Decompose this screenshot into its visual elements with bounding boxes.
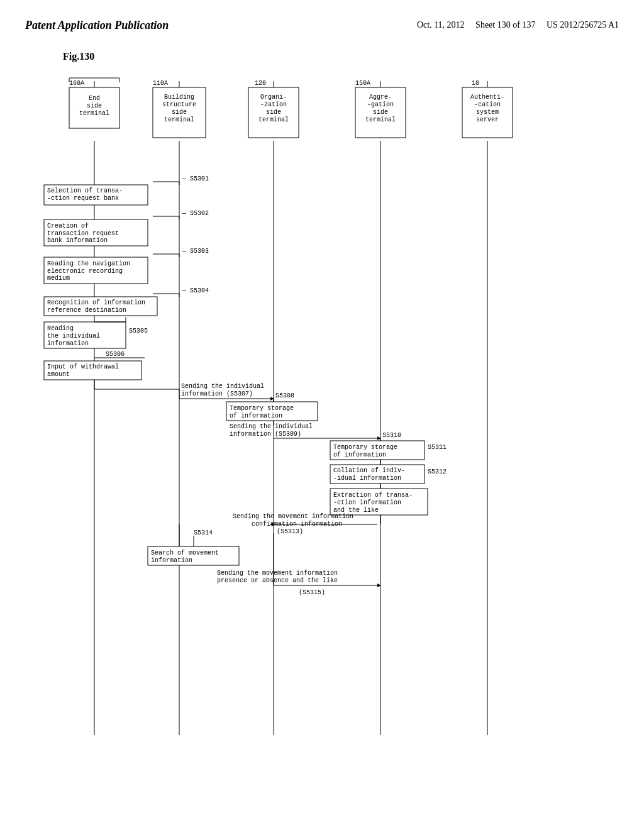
svg-text:Sending the individual: Sending the individual [230, 423, 313, 430]
figure-label: Fig.130 [63, 51, 619, 62]
svg-text:Creation of: Creation of [47, 223, 89, 230]
svg-text:-idual information: -idual information [333, 475, 401, 482]
svg-text:S5311: S5311 [428, 444, 447, 451]
page: Patent Application Publication Oct. 11, … [0, 0, 644, 830]
svg-text:-cation: -cation [474, 101, 501, 108]
svg-text:side: side [87, 102, 102, 109]
publication-date: Oct. 11, 2012 [417, 20, 465, 30]
svg-text:terminal: terminal [164, 116, 194, 123]
svg-text:terminal: terminal [79, 110, 109, 117]
svg-text:terminal: terminal [365, 116, 396, 123]
svg-text:110A: 110A [153, 80, 168, 87]
svg-text:Reading: Reading [47, 325, 74, 332]
svg-text:reference destination: reference destination [47, 307, 126, 314]
svg-text:of information: of information [333, 451, 386, 458]
svg-text:electronic recording: electronic recording [47, 268, 123, 275]
svg-text:— S5302: — S5302 [182, 210, 209, 217]
svg-text:Recognition of information: Recognition of information [47, 299, 145, 306]
svg-text:(S5315): (S5315) [299, 589, 325, 596]
svg-text:Extraction of transa-: Extraction of transa- [333, 492, 413, 499]
svg-text:S5305: S5305 [129, 328, 148, 335]
svg-text:transaction request: transaction request [47, 230, 119, 237]
svg-text:Sending the individual: Sending the individual [181, 383, 264, 390]
header-info: Oct. 11, 2012 Sheet 130 of 137 US 2012/2… [417, 19, 619, 31]
svg-text:information (S5309): information (S5309) [230, 431, 301, 438]
svg-text:-zation: -zation [260, 101, 287, 108]
svg-text:Collation of indiv-: Collation of indiv- [333, 467, 405, 474]
svg-text:-ction request bank: -ction request bank [47, 195, 119, 202]
svg-text:120: 120 [255, 80, 266, 87]
svg-text:Building: Building [164, 94, 194, 101]
svg-text:10: 10 [472, 80, 479, 87]
svg-text:Aggre-: Aggre- [369, 94, 392, 101]
svg-text:side: side [266, 109, 281, 116]
patent-number: US 2012/256725 A1 [547, 20, 619, 30]
svg-text:150A: 150A [355, 80, 370, 87]
svg-text:side: side [172, 109, 187, 116]
svg-text:S5306: S5306 [106, 351, 125, 358]
svg-text:system: system [476, 109, 499, 116]
svg-text:server: server [476, 116, 499, 123]
svg-text:— S5303: — S5303 [182, 248, 209, 255]
svg-text:bank information: bank information [47, 237, 108, 244]
svg-text:confirmation information: confirmation information [252, 521, 342, 528]
svg-text:the individual: the individual [47, 333, 100, 340]
svg-text:side: side [373, 109, 388, 116]
svg-text:Sending the movement informati: Sending the movement information [217, 570, 338, 577]
svg-text:— S5301: — S5301 [182, 175, 209, 182]
svg-text:S5310: S5310 [382, 432, 401, 439]
svg-text:Temporary storage: Temporary storage [333, 444, 397, 451]
svg-text:information: information [151, 557, 192, 564]
svg-text:amount: amount [47, 371, 70, 378]
svg-text:of information: of information [230, 412, 282, 419]
svg-text:160A: 160A [69, 80, 84, 87]
svg-text:S5308: S5308 [275, 392, 294, 399]
svg-text:presence or absence and the li: presence or absence and the like [217, 577, 338, 584]
svg-text:Sending the movement informati: Sending the movement information [233, 513, 353, 520]
patent-title: Patent Application Publication [25, 19, 169, 32]
svg-text:Search of movement: Search of movement [151, 550, 219, 556]
header: Patent Application Publication Oct. 11, … [25, 19, 619, 32]
diagram-svg: End side terminal 160A Building structur… [38, 75, 629, 766]
svg-text:-gation: -gation [367, 101, 394, 108]
svg-text:Temporary storage: Temporary storage [230, 405, 294, 412]
svg-text:Organi-: Organi- [260, 94, 287, 101]
svg-text:Reading the navigation: Reading the navigation [47, 260, 130, 267]
svg-text:Selection of transa-: Selection of transa- [47, 187, 123, 194]
svg-text:S5312: S5312 [428, 468, 447, 475]
svg-text:S5314: S5314 [194, 529, 213, 536]
svg-text:structure: structure [162, 101, 196, 108]
svg-text:— S5304: — S5304 [182, 287, 209, 294]
svg-text:information: information [47, 340, 89, 347]
sheet-info: Sheet 130 of 137 [475, 20, 535, 30]
svg-text:Authenti-: Authenti- [470, 94, 504, 101]
svg-text:medium: medium [47, 275, 70, 282]
svg-text:terminal: terminal [258, 116, 289, 123]
svg-text:information (S5307): information (S5307) [181, 390, 253, 397]
diagram: End side terminal 160A Building structur… [38, 75, 629, 766]
svg-text:-ction information: -ction information [333, 499, 401, 506]
svg-text:End: End [89, 95, 100, 102]
svg-text:(S5313): (S5313) [277, 528, 303, 535]
svg-text:Input of withdrawal: Input of withdrawal [47, 363, 119, 370]
